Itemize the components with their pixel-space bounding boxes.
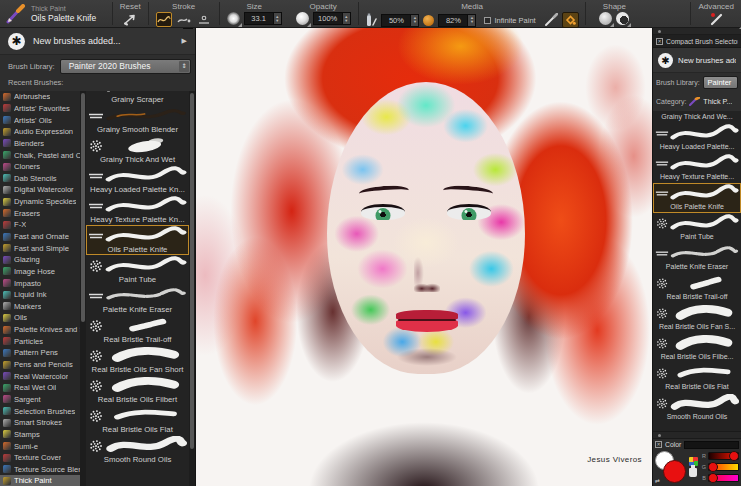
category-item[interactable]: Stamps xyxy=(0,429,86,441)
category-item[interactable]: Impasto xyxy=(0,277,86,289)
opacity-stepper[interactable]: ▲▼ xyxy=(343,12,351,25)
brush-variant-item[interactable]: Grainy Smooth Blender xyxy=(86,105,189,135)
brush-variant-item[interactable]: Heavy Loaded Palette Kn... xyxy=(86,165,189,195)
rp-new-brushes-banner[interactable]: ✱ New brushes added... xyxy=(653,48,741,73)
slider-track[interactable] xyxy=(708,463,739,471)
dab-shape-icon[interactable] xyxy=(599,12,612,25)
category-item[interactable]: Oils xyxy=(0,312,86,324)
dry-brush-icon[interactable] xyxy=(544,13,558,27)
brush-variant-item[interactable]: Oils Palette Knife xyxy=(86,225,189,255)
rp-brush-variant-item[interactable]: Real Bristle Oils Flat xyxy=(653,363,741,393)
new-brushes-banner[interactable]: ✱ New brushes added... ▶ ≡ xyxy=(0,28,195,55)
media-amount-value-field[interactable]: 82% xyxy=(438,14,468,27)
category-item[interactable]: Audio Expression xyxy=(0,126,86,138)
category-item[interactable]: Fast and Simple xyxy=(0,242,86,254)
straight-line-stroke-icon[interactable] xyxy=(176,12,192,27)
paint-bucket-icon[interactable] xyxy=(562,12,579,28)
variant-scrollbar-thumb[interactable] xyxy=(190,93,194,449)
category-item[interactable]: Dynamic Speckles xyxy=(0,196,86,208)
category-item[interactable]: Artists' Favorites xyxy=(0,103,86,115)
slider-track[interactable] xyxy=(708,474,739,482)
category-item[interactable]: Digital Watercolor xyxy=(0,184,86,196)
category-item[interactable]: Dab Stencils xyxy=(0,172,86,184)
rp-category-row[interactable]: Category: Thick P... xyxy=(653,92,741,111)
category-item[interactable]: Thick Paint xyxy=(0,475,86,486)
brush-variant-item[interactable]: Grainy Thick And Wet xyxy=(86,135,189,165)
category-item[interactable]: Sargent xyxy=(0,394,86,406)
rp-brush-variant-item[interactable]: Heavy Texture Palette... xyxy=(653,153,741,183)
rp-brush-variant-item[interactable]: Real Bristle Oils Filbe... xyxy=(653,333,741,363)
category-item[interactable]: Erasers xyxy=(0,207,86,219)
brush-library-dropdown[interactable]: Painter 2020 Brushes ⇕ xyxy=(60,59,191,74)
rp-brush-variant-item[interactable]: Paint Tube xyxy=(653,213,741,243)
rp-brush-variant-item[interactable]: Real Bristle Trail-off xyxy=(653,273,741,303)
align-to-path-icon[interactable] xyxy=(196,12,212,27)
slider-knob[interactable] xyxy=(708,473,718,483)
slider-knob[interactable] xyxy=(708,462,718,472)
category-item[interactable]: Cloners xyxy=(0,161,86,173)
rp-brush-variant-item[interactable]: Oils Palette Knife xyxy=(653,183,741,213)
category-item[interactable]: Smart Strokes xyxy=(0,417,86,429)
rp-brush-variant-item[interactable]: Real Bristle Oils Fan S... xyxy=(653,303,741,333)
category-item[interactable]: Glazing xyxy=(0,254,86,266)
brush-variant-item[interactable]: Smooth Round Oils xyxy=(86,435,189,465)
category-item[interactable]: Texture Source Blendi... xyxy=(0,464,86,476)
category-item[interactable]: Fast and Ornate xyxy=(0,231,86,243)
category-item[interactable]: Pens and Pencils xyxy=(0,359,86,371)
category-item[interactable]: Airbrushes xyxy=(0,91,86,103)
panel-grip-bar[interactable] xyxy=(653,28,741,35)
slider-knob[interactable] xyxy=(729,451,739,461)
category-item[interactable]: Chalk, Pastel and Cra... xyxy=(0,149,86,161)
freehand-stroke-icon[interactable] xyxy=(156,12,172,27)
rp-brush-variant-item[interactable]: Smooth Round Oils xyxy=(653,393,741,423)
size-stepper[interactable]: ▲▼ xyxy=(274,12,282,25)
brush-variant-item[interactable]: Real Bristle Trail-off xyxy=(86,315,189,345)
category-item[interactable]: Palette Knives and Sp... xyxy=(0,324,86,336)
brush-size-icon[interactable] xyxy=(227,12,240,25)
rp-brush-variant-item[interactable]: Palette Knife Eraser xyxy=(653,243,741,273)
brush-variant-item[interactable]: Grainy Scraper xyxy=(86,91,189,105)
category-item[interactable]: Selection Brushes xyxy=(0,405,86,417)
category-item[interactable]: Real Wet Oil xyxy=(0,382,86,394)
reset-brush-icon[interactable] xyxy=(122,12,138,27)
slider-track[interactable] xyxy=(708,452,739,460)
category-item[interactable]: Markers xyxy=(0,301,86,313)
media-flow-value-field[interactable]: 50% xyxy=(381,14,411,27)
infinite-paint-checkbox[interactable] xyxy=(484,17,491,24)
current-brush-info[interactable]: Thick Paint Oils Palette Knife xyxy=(0,0,112,27)
mixer-pad-icon[interactable] xyxy=(689,468,697,477)
compact-selector-header[interactable]: ✕ Compact Brush Selector xyxy=(653,35,741,48)
brush-variant-item[interactable]: Paint Tube xyxy=(86,255,189,285)
brush-variant-item[interactable]: Real Bristle Oils Flat xyxy=(86,405,189,435)
panel-grip-bar[interactable] xyxy=(653,431,741,438)
opacity-value-field[interactable]: 100% xyxy=(313,12,343,25)
paint-flow-icon[interactable] xyxy=(365,13,377,27)
category-item[interactable]: Real Watercolor xyxy=(0,370,86,382)
category-item[interactable]: Pattern Pens xyxy=(0,347,86,359)
brush-variant-item[interactable]: Heavy Texture Palette Kn... xyxy=(86,195,189,225)
category-item[interactable]: Particles xyxy=(0,335,86,347)
texture-shape-icon[interactable] xyxy=(616,12,629,25)
swap-colors-icon[interactable]: ⇄ xyxy=(655,477,660,484)
color-slider[interactable]: B xyxy=(701,474,739,483)
size-value-field[interactable]: 33.1 xyxy=(244,12,274,25)
color-slider[interactable]: R xyxy=(701,452,739,461)
brush-variant-item[interactable]: Palette Knife Eraser xyxy=(86,285,189,315)
document-canvas[interactable]: Jesus Viveros xyxy=(196,28,652,486)
brush-variant-item[interactable]: Real Bristle Oils Filbert xyxy=(86,375,189,405)
variant-scrollbar[interactable] xyxy=(189,91,195,486)
brush-variant-item[interactable]: Real Bristle Oils Fan Short xyxy=(86,345,189,375)
opacity-icon[interactable] xyxy=(296,12,309,25)
color-collapse-icon[interactable]: ✕ xyxy=(655,441,662,448)
category-item[interactable]: Blenders xyxy=(0,138,86,150)
category-item[interactable]: Texture Cover xyxy=(0,452,86,464)
category-item[interactable]: F-X xyxy=(0,219,86,231)
media-amount-stepper[interactable]: ▲▼ xyxy=(468,14,476,27)
rp-brush-library-button[interactable]: Painter xyxy=(703,76,738,89)
collapse-icon[interactable]: ✕ xyxy=(656,38,663,45)
rp-brush-variant-item[interactable]: Grainy Thick And We... xyxy=(653,111,741,123)
flyout-arrow-icon[interactable]: ▶ xyxy=(182,37,187,45)
category-item[interactable]: Liquid Ink xyxy=(0,289,86,301)
primary-color-swatch[interactable] xyxy=(663,460,686,483)
color-slider[interactable]: G xyxy=(701,463,739,472)
